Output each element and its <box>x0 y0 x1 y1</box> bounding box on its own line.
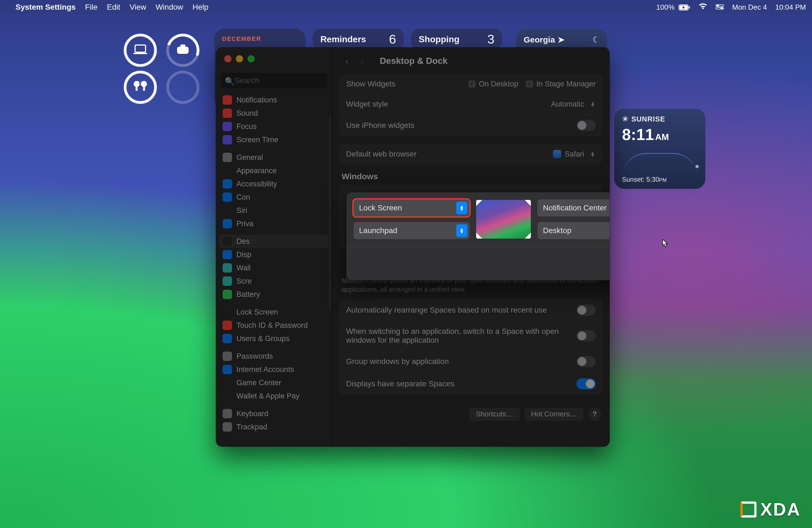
sidebar-item[interactable]: Touch ID & Password <box>219 319 329 332</box>
browser-card: Default web browser Safari▲▼ <box>339 144 603 164</box>
hot-corner-bottom-left-select[interactable]: Launchpad▲▼ <box>353 222 469 239</box>
menu-edit[interactable]: Edit <box>107 3 120 12</box>
in-stage-checkbox[interactable]: ✓In Stage Manager <box>526 80 596 88</box>
sidebar-item[interactable]: Passwords <box>219 350 329 363</box>
hot-corner-top-left-select[interactable]: Lock Screen▲▼ <box>353 200 469 217</box>
group-windows-row: Group windows by application <box>339 350 603 372</box>
sidebar-item[interactable]: Internet Accounts <box>219 363 329 376</box>
sidebar-item[interactable]: Game Center <box>219 376 329 390</box>
help-button[interactable]: ? <box>588 408 601 421</box>
sep-spaces-toggle[interactable] <box>576 378 596 390</box>
sidebar-item-label: Screen Time <box>236 136 278 144</box>
sidebar-item[interactable]: Wall <box>219 261 329 275</box>
window-close-button[interactable] <box>224 55 231 62</box>
control-center-icon[interactable] <box>715 3 724 12</box>
sidebar-item-icon <box>222 334 232 343</box>
app-name-menu[interactable]: System Settings <box>15 3 76 12</box>
sidebar-item-label: Internet Accounts <box>236 365 294 374</box>
sidebar-item[interactable]: Sound <box>219 107 329 120</box>
sidebar-item-icon <box>222 422 232 431</box>
sidebar-item-label: Siri <box>236 206 247 215</box>
sidebar-item-label: Wall <box>236 264 251 272</box>
menubar-date[interactable]: Mon Dec 4 <box>732 3 767 12</box>
page-title: Desktop & Dock <box>380 56 447 66</box>
sidebar-item-icon <box>222 276 232 286</box>
sidebar-item[interactable]: Wallet & Apple Pay <box>219 390 329 402</box>
moon-icon: ☾ <box>592 35 600 44</box>
sidebar-item-icon <box>222 237 232 246</box>
sidebar-search: 🔍 <box>220 73 328 88</box>
sidebar-item[interactable]: Focus <box>219 120 329 133</box>
sidebar-scrollbar[interactable] <box>329 117 331 310</box>
sidebar-item-label: Scre <box>236 277 252 285</box>
sidebar-item[interactable]: Trackpad <box>219 420 329 434</box>
switch-space-toggle[interactable] <box>576 330 596 341</box>
svg-rect-2 <box>689 6 690 9</box>
svg-point-4 <box>717 4 719 6</box>
sidebar-item-icon <box>222 153 232 162</box>
sidebar-item-icon <box>222 391 232 401</box>
menu-help[interactable]: Help <box>192 3 208 12</box>
sidebar-item-label: Focus <box>236 122 257 131</box>
sidebar-item[interactable]: Users & Groups <box>219 332 329 345</box>
sidebar-item-icon <box>222 179 232 189</box>
sidebar-item-icon <box>222 263 232 273</box>
menu-view[interactable]: View <box>130 3 146 12</box>
sidebar-item[interactable]: Notifications <box>219 93 329 107</box>
sidebar-item-icon <box>222 206 232 215</box>
auto-spaces-toggle[interactable] <box>576 305 596 316</box>
window-fullscreen-button[interactable] <box>247 55 255 62</box>
battery-tile-laptop <box>124 34 157 67</box>
shortcuts-button[interactable]: Shortcuts… <box>469 408 520 421</box>
battery-status[interactable]: 100% <box>656 3 690 12</box>
sidebar-item[interactable]: Accessibility <box>219 177 329 191</box>
sidebar-item[interactable]: Appearance <box>219 164 329 177</box>
hot-corner-bottom-right-select[interactable]: Desktop▲▼ <box>537 222 610 239</box>
sidebar-item[interactable]: Lock Screen <box>219 305 329 319</box>
svg-point-6 <box>721 7 723 10</box>
sidebar-item[interactable]: Priva <box>219 217 329 230</box>
chevron-updown-icon: ▲▼ <box>456 202 467 214</box>
sidebar-item-label: General <box>236 153 263 162</box>
widget-batteries[interactable] <box>116 29 207 109</box>
widget-reminders[interactable]: Reminders 6 <box>313 29 404 50</box>
sunrise-label: ☀︎SUNRISE <box>622 115 698 123</box>
sidebar-item-icon <box>222 135 232 144</box>
sidebar-item[interactable]: Des <box>219 235 329 248</box>
default-browser-popup[interactable]: Safari▲▼ <box>553 150 596 159</box>
hot-corners-button[interactable]: Hot Corners… <box>524 408 584 421</box>
sidebar-item-icon <box>222 166 232 175</box>
sidebar-item-icon <box>222 378 232 387</box>
on-desktop-checkbox[interactable]: ✓On Desktop <box>468 80 518 88</box>
sidebar-item[interactable]: Siri <box>219 204 329 217</box>
back-button[interactable]: ‹ <box>342 56 352 66</box>
widget-style-popup[interactable]: Automatic▲▼ <box>551 100 596 108</box>
sidebar-item[interactable]: Scre <box>219 275 329 288</box>
sidebar-item[interactable]: Con <box>219 191 329 204</box>
sidebar-item-label: Notifications <box>236 96 277 104</box>
sidebar-item[interactable]: Screen Time <box>219 133 329 146</box>
wifi-icon[interactable] <box>698 3 707 12</box>
group-windows-toggle[interactable] <box>576 356 596 367</box>
widget-shopping[interactable]: Shopping 3 <box>411 29 502 50</box>
show-widgets-label: Show Widgets <box>346 79 461 88</box>
main-toolbar: ‹ › Desktop & Dock <box>332 47 610 74</box>
sidebar-list[interactable]: NotificationsSoundFocusScreen TimeGenera… <box>216 92 332 446</box>
iphone-widgets-toggle[interactable] <box>576 120 596 131</box>
widget-style-label: Widget style <box>346 100 551 108</box>
menu-window[interactable]: Window <box>156 3 183 12</box>
search-input[interactable] <box>220 73 328 88</box>
forward-button[interactable]: › <box>357 56 367 66</box>
sidebar-item[interactable]: General <box>219 151 329 164</box>
sidebar-item[interactable]: Keyboard <box>219 407 329 420</box>
sidebar-item[interactable]: Disp <box>219 248 329 261</box>
auto-spaces-row: Automatically rearrange Spaces based on … <box>339 299 603 321</box>
widget-sunrise[interactable]: ☀︎SUNRISE 8:11AM Sunset: 5:30PM <box>614 109 706 189</box>
window-minimize-button[interactable] <box>236 55 243 62</box>
hot-corner-top-right-select[interactable]: Notification Center▲▼ <box>537 200 610 217</box>
sunrise-icon: ☀︎ <box>622 115 628 123</box>
sidebar-item-label: Trackpad <box>236 423 267 431</box>
menubar-time[interactable]: 10:04 PM <box>775 3 806 12</box>
sidebar-item[interactable]: Battery <box>219 288 329 301</box>
menu-file[interactable]: File <box>85 3 98 12</box>
